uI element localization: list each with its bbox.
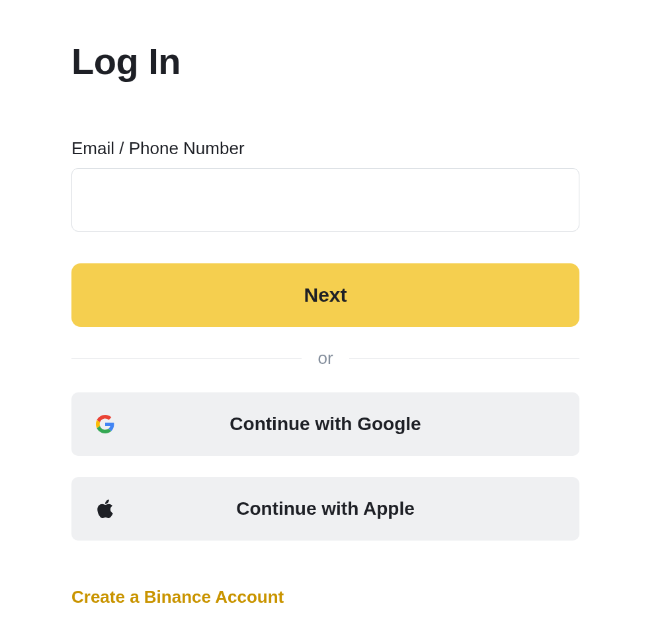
apple-button-label: Continue with Apple [236, 498, 415, 519]
login-form-container: Log In Email / Phone Number Next or Cont… [71, 40, 579, 607]
page-title: Log In [71, 40, 579, 83]
continue-with-apple-button[interactable]: Continue with Apple [71, 477, 579, 541]
apple-icon [95, 499, 115, 519]
divider: or [71, 348, 579, 369]
create-account-link[interactable]: Create a Binance Account [71, 587, 284, 607]
google-button-label: Continue with Google [230, 414, 421, 435]
divider-line-right [349, 358, 579, 359]
divider-line-left [71, 358, 302, 359]
next-button[interactable]: Next [71, 263, 579, 327]
continue-with-google-button[interactable]: Continue with Google [71, 392, 579, 456]
divider-text: or [317, 348, 333, 369]
email-phone-input[interactable] [71, 168, 579, 232]
google-icon [95, 414, 115, 434]
email-field-label: Email / Phone Number [71, 138, 579, 159]
